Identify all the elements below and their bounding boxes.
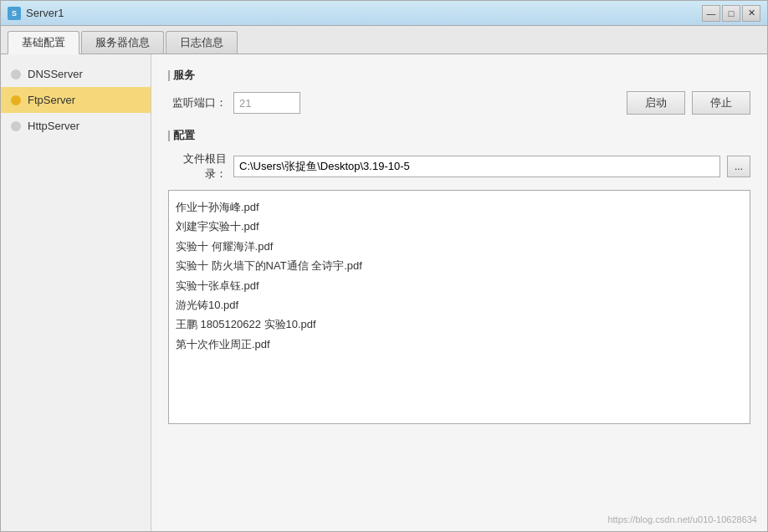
main-content: DNSServer FtpServer HttpServer 服务 监听端口： … (1, 54, 767, 531)
dns-dot (11, 69, 21, 79)
config-section-title: 配置 (168, 128, 750, 143)
app-icon: S (8, 7, 21, 20)
sidebar-item-dns[interactable]: DNSServer (1, 61, 151, 87)
sidebar: DNSServer FtpServer HttpServer (1, 54, 151, 531)
port-label: 监听端口： (168, 95, 227, 110)
file-item: 刘建宇实验十.pdf (176, 217, 743, 236)
minimize-button[interactable]: — (702, 5, 720, 22)
svg-text:S: S (12, 9, 17, 18)
tab-log[interactable]: 日志信息 (166, 31, 238, 54)
service-row: 监听端口： 启动 停止 (168, 91, 750, 115)
sidebar-label-http: HttpServer (28, 120, 79, 132)
config-row: 文件根目录： ... (168, 151, 750, 182)
sidebar-item-http[interactable]: HttpServer (1, 113, 151, 139)
sidebar-item-ftp[interactable]: FtpServer (1, 87, 151, 113)
service-section-title: 服务 (168, 68, 750, 83)
file-item: 游光铸10.pdf (176, 295, 743, 315)
close-button[interactable]: ✕ (742, 5, 760, 22)
maximize-button[interactable]: □ (722, 5, 740, 22)
main-window: S Server1 — □ ✕ 基础配置 服务器信息 日志信息 DNSServe… (0, 0, 768, 532)
sidebar-label-dns: DNSServer (28, 68, 83, 80)
tab-bar: 基础配置 服务器信息 日志信息 (1, 26, 767, 54)
file-item: 第十次作业周正.pdf (176, 335, 743, 354)
file-item: 王鹏 1805120622 实验10.pdf (176, 315, 743, 334)
file-item: 实验十张卓钰.pdf (176, 276, 743, 295)
tab-basic[interactable]: 基础配置 (8, 31, 79, 54)
file-item: 实验十 何耀海洋.pdf (176, 237, 743, 256)
watermark: https://blog.csdn.net/u010-10628634 (607, 514, 757, 524)
window-title: Server1 (26, 7, 64, 19)
config-section: 配置 文件根目录： ... 作业十孙海峰.pdf刘建宇实验十.pdf实验十 何耀… (168, 128, 750, 424)
tab-server-info[interactable]: 服务器信息 (81, 31, 164, 54)
title-bar: S Server1 — □ ✕ (1, 1, 767, 26)
root-label: 文件根目录： (168, 151, 227, 182)
sidebar-label-ftp: FtpServer (28, 94, 75, 106)
browse-button[interactable]: ... (727, 156, 750, 177)
ftp-dot (11, 95, 21, 105)
file-list: 作业十孙海峰.pdf刘建宇实验十.pdf实验十 何耀海洋.pdf实验十 防火墙下… (168, 190, 750, 424)
file-item: 实验十 防火墙下的NAT通信 全诗宇.pdf (176, 256, 743, 275)
start-button[interactable]: 启动 (627, 91, 685, 115)
file-item: 作业十孙海峰.pdf (176, 197, 743, 217)
title-bar-left: S Server1 (8, 7, 64, 20)
service-section: 服务 监听端口： 启动 停止 (168, 68, 750, 115)
port-input[interactable] (233, 92, 300, 114)
stop-button[interactable]: 停止 (692, 91, 750, 115)
http-dot (11, 121, 21, 131)
root-path-input[interactable] (233, 156, 720, 177)
title-controls: — □ ✕ (702, 5, 760, 22)
right-panel: 服务 监听端口： 启动 停止 配置 文件根目录： ... (151, 54, 767, 531)
